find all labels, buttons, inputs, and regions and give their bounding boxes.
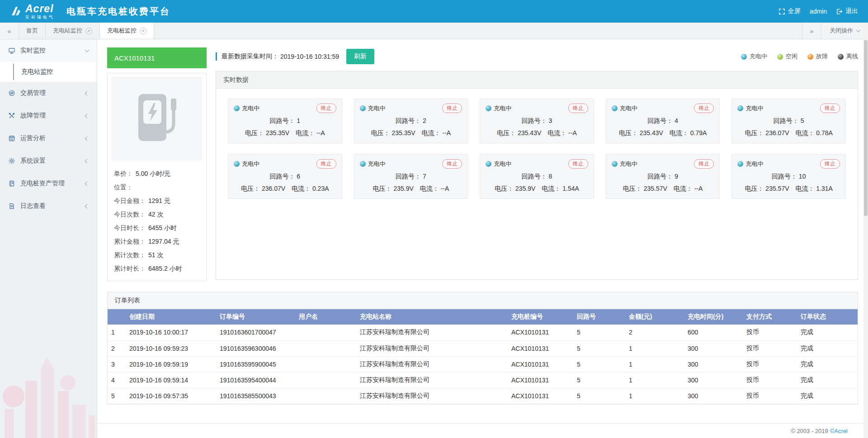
chevron-left-icon [85,159,90,163]
current-label: 电流： [547,129,566,137]
cell-station-name: 江苏安科瑞制造有限公司 [356,388,508,404]
cell-index: 3 [108,356,126,372]
charging-status-dot [737,161,743,167]
sidebar-item-settings[interactable]: 系统设置 [0,150,97,172]
stat-label: 今日时长： [114,221,146,235]
column-header: 用户名 [295,309,356,325]
stat-label: 今日次数： [114,207,146,221]
collect-time-value: 2019-10-16 10:31:59 [280,53,339,60]
acrel-logo: Acrel 安科瑞电气 [10,4,55,19]
copyright-text: © 2003 - 2019 [791,428,828,434]
table-row: 4 2019-10-16 09:59:14 1910163595400044 江… [108,372,858,388]
tabs-scroll-right-button[interactable]: » [802,23,821,39]
sidebar-item-label: 运营分析 [20,134,80,142]
close-icon[interactable]: × [140,28,146,34]
current-value: 0.78A [816,129,833,137]
chevron-left-icon [85,113,90,118]
stat-line: 位置： [114,180,200,194]
voltage-value: 235.9V [515,185,535,192]
logout-button[interactable]: 退出 [836,7,858,15]
current-value: --A [694,185,703,192]
terminate-button[interactable]: 终止 [442,159,462,169]
close-operations-dropdown[interactable]: 关闭操作 [821,23,868,39]
refresh-button[interactable]: 刷新 [346,49,374,64]
terminate-button[interactable]: 终止 [568,104,588,113]
tab-home[interactable]: 首页 [19,23,46,39]
cell-payment-method: 投币 [743,372,797,388]
sidebar-item-transactions[interactable]: 交易管理 [0,82,97,104]
acrel-footer-link[interactable]: ©Acrel [830,428,848,434]
cell-amount: 1 [625,372,684,388]
current-label: 电流： [422,129,441,137]
voltage-label: 电压： [497,129,516,137]
stat-label: 累计金额： [114,235,146,248]
sidebar-item-station-monitor[interactable]: 充电站监控 [0,62,97,82]
current-value: --A [316,129,325,137]
cell-index: 1 [108,325,126,340]
terminate-button[interactable]: 终止 [442,104,462,113]
stat-line: 今日金额： 1291 元 [114,194,200,207]
chevron-down-icon [856,28,861,33]
terminate-button[interactable]: 终止 [820,159,840,169]
terminate-button[interactable]: 终止 [568,159,588,169]
channel-card: 充电中 终止 回路号： 6 电压： 236.07V [228,154,342,199]
legend-label: 空闲 [786,52,797,61]
channel-status-label: 充电中 [242,104,259,113]
circuit-number: 9 [675,173,678,180]
monitor-panel: 最新数据采集时间： 2019-10-16 10:31:59 刷新 充电中 空闲 [216,47,858,280]
scrollbar-thumb[interactable] [864,40,868,216]
circuit-number: 4 [675,117,678,124]
terminate-button[interactable]: 终止 [820,104,840,113]
tab-label: 充电站监控 [53,27,82,35]
book-icon [8,180,15,187]
current-value: --A [442,129,451,137]
sidebar-item-label: 实时监控 [20,47,80,55]
logout-label: 退出 [845,7,858,15]
fullscreen-button[interactable]: 全屏 [778,7,801,15]
cell-payment-method: 投币 [743,325,797,340]
cell-charge-minutes: 300 [684,356,743,372]
tabs-scroll-left-button[interactable]: « [0,23,19,39]
charging-status-dot [737,105,743,111]
terminate-button[interactable]: 终止 [316,159,336,169]
current-label: 电流： [674,185,693,192]
user-menu[interactable]: admin [810,8,827,15]
terminate-button[interactable]: 终止 [316,104,336,113]
charging-pile-icon [132,89,182,148]
legend-label: 离线 [846,52,858,61]
sidebar-item-pile-assets[interactable]: 充电桩资产管理 [0,172,97,195]
main-content: ACX1010131 [97,39,868,438]
current-value: --A [568,129,577,137]
sidebar-item-analytics[interactable]: 运营分析 [0,127,97,150]
sidebar-item-faults[interactable]: 故障管理 [0,104,97,127]
channel-cards-grid: 充电中 终止 回路号： 1 电压： 235.35V [216,89,858,209]
channel-status-label: 充电中 [242,160,259,168]
voltage-label: 电压： [241,185,260,192]
sidebar-item-realtime-monitor[interactable]: 实时监控 [0,39,97,62]
cell-order-number: 1910163585500043 [216,388,295,404]
terminate-button[interactable]: 终止 [694,104,714,113]
legend-fault: 故障 [807,52,828,61]
circuit-label: 回路号： [522,173,547,180]
current-label: 电流： [795,185,814,192]
city-illustration [0,325,97,438]
close-icon[interactable]: × [85,28,92,34]
top-header: Acrel 安科瑞电气 电瓶车充电桩收费平台 全屏 admin 退出 [0,0,868,23]
terminate-button[interactable]: 终止 [694,159,714,169]
table-row: 3 2019-10-16 09:59:19 1910163595900045 江… [108,356,858,372]
voltage-value: 235.57V [644,185,667,192]
tab-pile-monitor[interactable]: 充电桩监控 × [100,23,154,39]
current-label: 电流： [795,129,814,137]
tab-station-monitor[interactable]: 充电站监控 × [46,23,100,39]
page-footer: © 2003 - 2019 ©Acrel [97,423,868,438]
charging-status-dot [486,161,491,167]
orders-table-body: 1 2019-10-16 10:00:17 1910163601700047 江… [108,325,858,404]
voltage-label: 电压： [245,129,264,137]
stat-line: 单价： 5.00 小时/元 [114,167,200,180]
cell-amount: 1 [625,340,684,356]
tree-line [13,64,14,80]
voltage-value: 236.07V [262,185,285,192]
page-scrollbar[interactable] [863,23,868,438]
cell-created-date: 2019-10-16 09:59:19 [126,356,216,372]
sidebar-item-logs[interactable]: 日志查看 [0,195,97,217]
